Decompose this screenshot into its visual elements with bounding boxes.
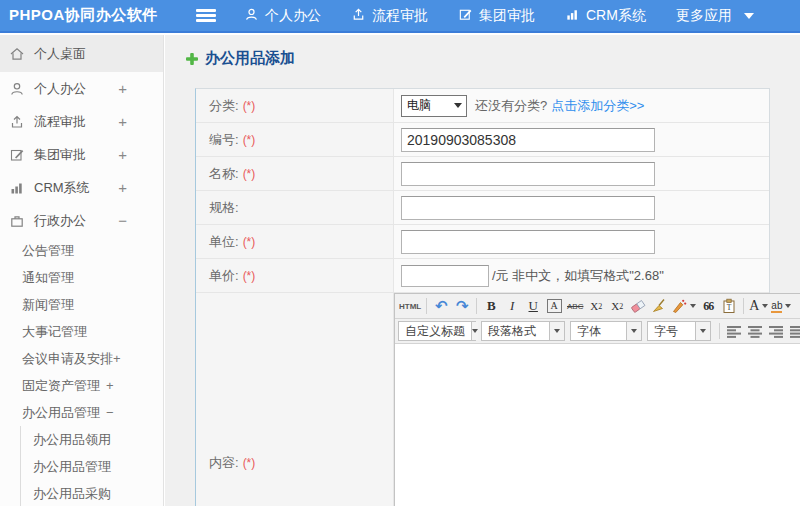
sidebar-item-workflow-approval[interactable]: 流程审批 + (0, 105, 163, 138)
unit-input[interactable] (401, 230, 655, 254)
strikethrough-button[interactable]: ABC (565, 296, 585, 316)
expand-icon[interactable]: + (118, 146, 127, 163)
sidebar-item-memorabilia-mgmt[interactable]: 大事记管理 (0, 318, 163, 345)
category-select[interactable]: 电脑 (401, 95, 467, 117)
italic-button[interactable]: I (502, 296, 522, 316)
price-input[interactable] (401, 265, 489, 287)
broom-format-icon[interactable] (649, 296, 669, 316)
toolbar-separator (476, 298, 477, 314)
nav-workflow-approval[interactable]: 流程审批 (351, 7, 428, 25)
bold-button[interactable]: B (481, 296, 501, 316)
superscript-button[interactable]: X2 (586, 296, 606, 316)
custom-heading-select[interactable]: 自定义标题 (398, 321, 476, 341)
font-color-button[interactable]: A (748, 296, 769, 316)
align-center-icon[interactable] (745, 321, 765, 341)
sidebar-item-crm-system[interactable]: CRM系统 + (0, 171, 163, 204)
workflow-icon (9, 114, 25, 130)
paintbrush-icon[interactable] (670, 296, 697, 316)
sidebar-item-group-approval[interactable]: 集团审批 + (0, 138, 163, 171)
redo-icon[interactable]: ↷ (452, 296, 472, 316)
nav-label: 集团审批 (479, 7, 535, 25)
required-mark: (*) (243, 167, 256, 181)
align-right-icon[interactable] (766, 321, 786, 341)
edit-icon (9, 147, 25, 163)
code-input[interactable] (401, 128, 655, 152)
form-row-unit: 单位:(*) (196, 225, 769, 259)
sidebar-item-personal-desktop[interactable]: 个人桌面 (0, 35, 163, 72)
eraser-icon[interactable] (628, 296, 648, 316)
sidebar-item-meeting-request[interactable]: 会议申请及安排 + (0, 345, 163, 372)
source-code-button[interactable]: HTML (398, 296, 422, 316)
sidebar-item-personal-office[interactable]: 个人办公 + (0, 72, 163, 105)
sidebar-item-announcement-mgmt[interactable]: 公告管理 (0, 237, 163, 264)
nav-label: 更多应用 (676, 7, 732, 25)
sidebar-item-supplies-management[interactable]: 办公用品管理 (21, 453, 163, 480)
category-selected-value: 电脑 (407, 97, 431, 114)
menu-toggle-button[interactable] (196, 9, 216, 22)
sidebar-item-news-mgmt[interactable]: 新闻管理 (0, 291, 163, 318)
caret-down-icon (690, 304, 696, 308)
select-caret-icon (454, 103, 462, 108)
sidebar-item-supplies-requisition[interactable]: 办公用品领用 (21, 426, 163, 453)
align-left-icon[interactable] (724, 321, 744, 341)
font-format-button[interactable]: A (544, 296, 564, 316)
name-input[interactable] (401, 162, 655, 186)
home-icon (9, 46, 25, 62)
subscript-button[interactable]: X2 (607, 296, 627, 316)
sidebar-item-label: 流程审批 (34, 113, 86, 131)
font-family-select[interactable]: 字体 (570, 321, 642, 341)
price-label: 单价: (209, 267, 239, 285)
required-mark: (*) (243, 456, 256, 470)
nav-label: 个人办公 (265, 7, 321, 25)
form-row-name: 名称:(*) (196, 157, 769, 191)
align-justify-icon[interactable] (787, 321, 800, 341)
expand-icon[interactable]: + (118, 80, 127, 97)
font-size-select[interactable]: 字号 (647, 321, 711, 341)
expand-icon[interactable]: + (118, 113, 127, 130)
editor-toolbar-row2: 自定义标题 段落格式 字体 字号 (395, 319, 800, 344)
nav-personal-office[interactable]: 个人办公 (244, 7, 321, 25)
spec-input[interactable] (401, 196, 655, 220)
nav-more-apps[interactable]: 更多应用 (676, 7, 754, 25)
sidebar-item-notice-mgmt[interactable]: 通知管理 (0, 264, 163, 291)
expand-icon[interactable]: + (106, 378, 114, 393)
user-icon (244, 7, 259, 25)
required-mark: (*) (243, 133, 256, 147)
editor-content-area[interactable] (395, 344, 800, 506)
sidebar-item-label: 行政办公 (34, 212, 86, 230)
nav-label: CRM系统 (586, 7, 646, 25)
caret-down-icon (785, 304, 791, 308)
editor-toolbar-row1: HTML ↶ ↷ B I U A ABC X2 X2 (395, 294, 800, 319)
nav-crm-system[interactable]: CRM系统 (565, 7, 646, 25)
caret-down-icon (762, 304, 768, 308)
main-content: 办公用品添加 分类:(*) 电脑 还没有分类? 点击添加分类>> 编号:(*) … (165, 35, 800, 506)
form-row-code: 编号:(*) (196, 123, 769, 157)
sidebar-item-office-supplies-mgmt[interactable]: 办公用品管理 − (0, 399, 163, 426)
expand-icon[interactable]: + (113, 351, 121, 366)
blockquote-button[interactable]: 66 (698, 296, 718, 316)
undo-icon[interactable]: ↶ (431, 296, 451, 316)
collapse-icon[interactable]: − (106, 405, 114, 420)
category-label: 分类: (209, 97, 239, 115)
nav-group-approval[interactable]: 集团审批 (458, 7, 535, 25)
workflow-icon (351, 7, 366, 25)
expand-icon[interactable]: + (118, 179, 127, 196)
toolbar-separator (719, 323, 720, 339)
paragraph-format-select[interactable]: 段落格式 (481, 321, 565, 341)
collapse-icon[interactable]: − (118, 212, 127, 229)
highlight-color-button[interactable]: ab (770, 296, 792, 316)
sidebar-item-fixed-assets-mgmt[interactable]: 固定资产管理 + (0, 372, 163, 399)
form-row-content: 内容:(*) HTML ↶ ↷ B I U A ABC (196, 293, 769, 506)
add-category-link[interactable]: 点击添加分类>> (551, 97, 644, 115)
top-nav: 个人办公 流程审批 集团审批 CRM系统 更多应用 (244, 7, 754, 25)
briefcase-icon (9, 213, 25, 229)
select-caret-icon (549, 322, 564, 340)
office-supplies-submenu: 办公用品领用 办公用品管理 办公用品采购 (20, 426, 163, 506)
sidebar-item-supplies-purchase[interactable]: 办公用品采购 (21, 480, 163, 506)
sidebar-item-label: 集团审批 (34, 146, 86, 164)
select-caret-icon (626, 322, 641, 340)
sidebar: 个人桌面 个人办公 + 流程审批 + 集团审批 + CRM系统 + 行政办公 − (0, 35, 164, 506)
paste-as-text-icon[interactable]: T (719, 296, 739, 316)
sidebar-item-admin-office[interactable]: 行政办公 − (0, 204, 163, 237)
underline-button[interactable]: U (523, 296, 543, 316)
